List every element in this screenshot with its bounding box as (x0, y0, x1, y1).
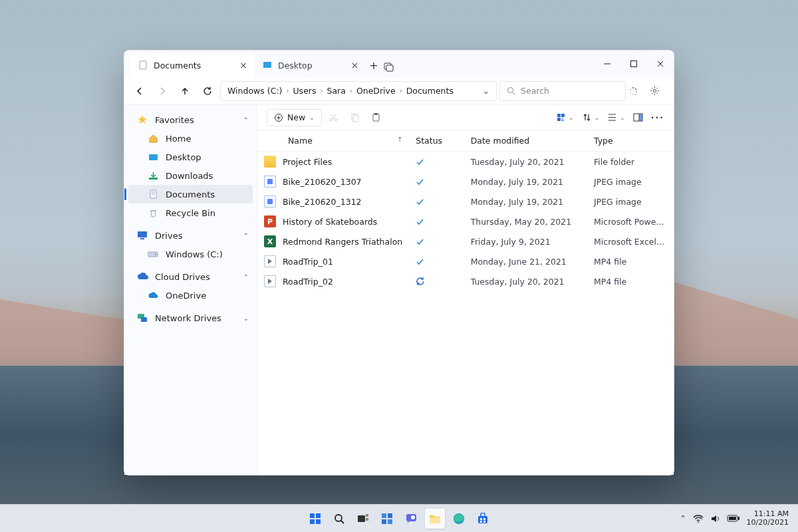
sidebar-item-home[interactable]: Home (124, 129, 257, 148)
new-button[interactable]: New ⌄ (267, 109, 322, 126)
view-button[interactable]: ⌄ (607, 113, 625, 122)
table-row[interactable]: Bike_210620_1312Monday, July 19, 2021JPE… (257, 192, 674, 211)
clock[interactable]: 11:11 AM 10/20/2021 (747, 510, 789, 527)
address-bar[interactable]: Windows (C:)› Users› Sara› OneDrive› Doc… (220, 81, 497, 101)
search-input[interactable]: Search (499, 81, 626, 101)
new-tab-button[interactable]: + (369, 59, 378, 72)
file-type: Microsoft PowerPoi… (587, 211, 674, 231)
table-row[interactable]: XRedmond Rangers TriathalonFriday, July … (257, 231, 674, 251)
breadcrumb-seg[interactable]: OneDrive (356, 86, 396, 96)
volume-icon[interactable] (710, 515, 720, 523)
close-icon[interactable]: × (351, 61, 359, 70)
chevron-down-icon[interactable]: ⌄ (483, 86, 489, 96)
table-row[interactable]: RoadTrip_02Tuesday, July 20, 2021MP4 fil… (257, 271, 674, 291)
settings-button[interactable] (650, 86, 668, 96)
chevron-up-icon[interactable]: ⌃ (243, 273, 249, 281)
chevron-right-icon: › (320, 87, 323, 94)
sidebar-item-recycle[interactable]: Recycle Bin (124, 203, 257, 222)
column-status[interactable]: Status (409, 130, 464, 152)
chevron-down-icon: ⌄ (620, 114, 625, 121)
gear-icon (650, 86, 660, 96)
sidebar-item-documents[interactable]: Documents (128, 185, 253, 203)
close-window-button[interactable] (647, 55, 674, 73)
toolbar: New ⌄ ⌄ ⌄ (257, 105, 674, 130)
tab-desktop[interactable]: Desktop × (254, 53, 365, 77)
details-pane-button[interactable] (633, 113, 643, 122)
breadcrumb-seg[interactable]: Windows (C:) (227, 86, 282, 96)
chevron-up-icon[interactable]: ⌃ (243, 116, 249, 124)
network-icon (136, 313, 148, 323)
minimize-button[interactable] (594, 55, 620, 73)
taskview-button[interactable] (353, 509, 373, 529)
sidebar-drives[interactable]: Drives ⌃ (124, 226, 257, 245)
svg-point-8 (508, 88, 513, 93)
widgets-button[interactable] (377, 509, 397, 529)
table-row[interactable]: PHistory of SkateboardsThursday, May 20,… (257, 211, 674, 231)
column-type[interactable]: Type (587, 130, 674, 152)
sidebar-item-desktop[interactable]: Desktop (124, 148, 257, 166)
monitor-icon (136, 231, 148, 240)
table-row[interactable]: Project FilesTuesday, July 20, 2021File … (257, 152, 674, 172)
explorer-button[interactable] (425, 509, 445, 529)
sidebar-item-cdrive[interactable]: Windows (C:) (124, 245, 257, 263)
file-name: RoadTrip_02 (283, 277, 333, 287)
sidebar-label: Drives (155, 231, 182, 241)
tab-label: Desktop (278, 61, 313, 70)
up-button[interactable] (175, 81, 195, 101)
svg-point-10 (632, 87, 634, 88)
breadcrumb-seg[interactable]: Users (293, 86, 316, 96)
column-name[interactable]: Name↑ (257, 130, 409, 152)
svg-rect-61 (310, 519, 315, 524)
desktop-wallpaper: Documents × Desktop × + (0, 0, 798, 532)
column-date[interactable]: Date modified (464, 130, 587, 152)
file-name: History of Skateboards (283, 217, 377, 227)
recycle-icon (147, 208, 159, 218)
taskbar[interactable]: ⌃ 11:11 AM 10/20/2021 (0, 504, 798, 532)
refresh-button[interactable] (198, 81, 217, 101)
maximize-button[interactable] (620, 55, 647, 73)
sidebar-favorites[interactable]: Favorites ⌃ (124, 110, 257, 129)
chevron-up-icon[interactable]: ⌃ (680, 514, 686, 523)
more-button[interactable]: ··· (651, 112, 664, 122)
sidebar-cloud[interactable]: Cloud Drives ⌃ (124, 267, 257, 286)
file-type: MP4 file (587, 251, 674, 271)
file-date: Monday, July 19, 2021 (464, 172, 587, 192)
close-icon[interactable]: × (239, 61, 247, 70)
chevron-down-icon[interactable]: ⌄ (243, 315, 249, 322)
sort-button[interactable]: ⌄ (556, 112, 574, 122)
arrange-button[interactable]: ⌄ (582, 112, 600, 122)
cut-button[interactable] (329, 112, 343, 122)
svg-rect-58 (639, 114, 642, 121)
svg-rect-74 (430, 517, 440, 523)
sidebar-item-label: Documents (166, 190, 215, 200)
file-date: Tuesday, July 20, 2021 (464, 152, 587, 172)
sidebar-item-downloads[interactable]: Downloads (124, 166, 257, 185)
store-button[interactable] (473, 509, 493, 529)
paste-button[interactable] (371, 112, 386, 122)
tab-documents[interactable]: Documents × (130, 53, 254, 77)
back-button[interactable] (130, 81, 150, 101)
svg-rect-0 (140, 61, 146, 69)
svg-point-81 (698, 521, 699, 523)
table-row[interactable]: RoadTrip_01Monday, June 21, 2021MP4 file (257, 251, 674, 271)
svg-point-36 (155, 254, 156, 255)
start-button[interactable] (305, 509, 325, 529)
wifi-icon[interactable] (693, 515, 704, 523)
svg-rect-60 (316, 513, 321, 518)
edge-button[interactable] (449, 509, 469, 529)
systray[interactable]: ⌃ 11:11 AM 10/20/2021 (680, 510, 798, 527)
copy-button[interactable] (350, 112, 364, 122)
tab-overview-button[interactable] (384, 63, 397, 72)
breadcrumb-seg[interactable]: Documents (406, 86, 454, 96)
chat-button[interactable] (401, 509, 421, 529)
search-button[interactable] (329, 509, 349, 529)
chevron-up-icon[interactable]: ⌃ (243, 232, 249, 239)
breadcrumb-seg[interactable]: Sara (327, 86, 345, 96)
sidebar-item-onedrive[interactable]: OneDrive (124, 286, 257, 305)
battery-icon[interactable] (727, 515, 740, 522)
sidebar-network[interactable]: Network Drives ⌄ (124, 309, 257, 327)
forward-button[interactable] (152, 81, 172, 101)
svg-rect-38 (141, 317, 147, 322)
table-row[interactable]: Bike_210620_1307Monday, July 19, 2021JPE… (257, 172, 674, 192)
svg-rect-33 (138, 231, 147, 237)
